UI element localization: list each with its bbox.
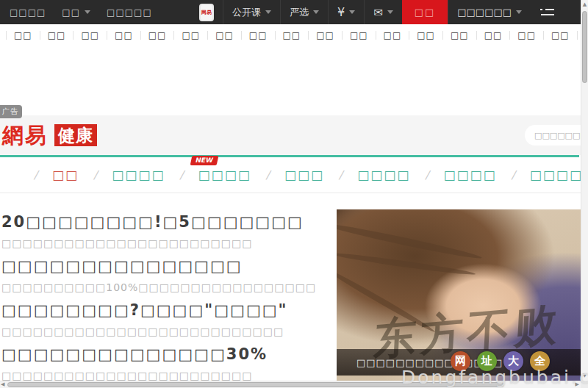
- section-tabs: / □□NEW / □□□□NEW / □□□□NEW / □□□NEW / □…: [0, 157, 581, 193]
- section-tab-label[interactable]: □□□□NEW: [357, 168, 410, 182]
- section-tab[interactable]: / □□□□NEW: [497, 168, 583, 182]
- mail-icon: ✉: [373, 6, 383, 19]
- channel-link[interactable]: □□: [74, 31, 107, 40]
- mail-menu[interactable]: ✉: [364, 0, 402, 24]
- topbar-link-3-label: □□□□□: [107, 7, 152, 18]
- channel-link[interactable]: □□: [174, 31, 208, 40]
- top-navigation-bar: □□□□ □□ □□□□□ 网易 公开课 严选 ¥ ✉ □□ □□□□□□: [0, 0, 581, 24]
- url-watermark: Dongfangbubai.com: [401, 367, 588, 388]
- open-course-label: 公开课: [232, 6, 261, 19]
- headline-item: □□□□□□□□□□□□□□30% □□□□□□□□□□□□□□□□□□□□□□…: [0, 340, 337, 384]
- headline-title[interactable]: □□□□□□□□□□□□□□30%: [1, 345, 337, 364]
- search-input[interactable]: [534, 131, 586, 140]
- topbar-right-group: 网易 公开课 严选 ¥ ✉ □□ □□□□□□: [190, 0, 581, 24]
- yanxuan-menu[interactable]: 严选: [280, 0, 328, 24]
- section-tab-label[interactable]: □□NEW: [52, 168, 79, 182]
- news-red-button[interactable]: □□: [402, 0, 448, 24]
- channel-link[interactable]: NBA: [0, 31, 7, 40]
- section-tab-label[interactable]: □□□NEW: [284, 168, 324, 182]
- section-tab[interactable]: / □□□□NEW: [410, 168, 496, 182]
- currency-icon: ¥: [337, 5, 345, 19]
- channel-navigation: □□□□NBA□□□□□□□□□□□□□□□□□□□□□□□□□□□□□□□□□…: [0, 24, 581, 46]
- channel-link[interactable]: □□: [343, 31, 376, 40]
- channel-link[interactable]: □□: [242, 31, 276, 40]
- section-tab-label[interactable]: □□□□NEW: [112, 168, 165, 182]
- channel-link[interactable]: □□: [208, 31, 242, 40]
- channel-link[interactable]: □□: [477, 31, 511, 40]
- brand-band: 網易 健康: [0, 115, 581, 155]
- vertical-scrollbar[interactable]: ▲ ▼: [581, 0, 588, 388]
- vertical-scrollbar-thumb[interactable]: [582, 11, 587, 83]
- topbar-link-1[interactable]: □□□□: [10, 7, 46, 18]
- headline-subtitle[interactable]: □□□□□□□□□□□□□□□□□□□□□□□□□□□: [1, 323, 337, 340]
- tab-separator: /: [425, 168, 429, 182]
- section-tab-label[interactable]: □□□□NEW: [443, 168, 496, 182]
- headline-title[interactable]: □□□□□□□□□□□□□□□: [1, 256, 337, 276]
- yanxuan-label: 严选: [290, 6, 309, 19]
- channel-link[interactable]: □□: [40, 31, 74, 40]
- section-tab-label[interactable]: □□□□NEW: [530, 168, 583, 182]
- chevron-down-icon: [85, 10, 90, 14]
- tab-separator: /: [180, 168, 184, 182]
- section-tab-label[interactable]: □□□□NEW: [198, 168, 251, 182]
- headline-title[interactable]: □□□□□□□□?□□□□"□□□□": [1, 301, 337, 320]
- chevron-down-icon: [265, 10, 271, 14]
- topbar-link-2-label: □□: [62, 7, 80, 18]
- new-badge: NEW: [190, 156, 218, 165]
- tab-separator: /: [34, 168, 37, 182]
- channel-link[interactable]: □□: [376, 31, 410, 40]
- netease-logo-text: 網易: [2, 123, 48, 147]
- topbar-link-1-label: □□□□: [10, 7, 46, 18]
- finance-menu[interactable]: ¥: [328, 0, 364, 24]
- open-course-menu[interactable]: 公开课: [223, 0, 280, 24]
- ad-label-tag: 广告: [0, 105, 22, 118]
- search-box[interactable]: [525, 125, 588, 146]
- phone-icon-label: 网易: [201, 9, 212, 16]
- headline-subtitle[interactable]: □□□□□□□□□□□□□□□□□□□□□□□□: [1, 234, 337, 252]
- section-tab[interactable]: / □□□NEW: [251, 168, 324, 182]
- hamburger-menu-icon: [539, 8, 554, 17]
- channel-link[interactable]: □□: [544, 31, 578, 40]
- section-tab[interactable]: / □□□□NEW: [79, 168, 165, 182]
- channel-link[interactable]: □□: [7, 31, 40, 40]
- topbar-link-2-dropdown[interactable]: □□: [62, 7, 90, 18]
- headline-item: □□□□□□□□□□□□□□□ □□□□□□□□□□100%□□□□□□□□□□…: [0, 252, 337, 296]
- chevron-down-icon: [387, 10, 393, 14]
- scroll-up-icon[interactable]: ▲: [581, 1, 588, 7]
- more-menu-button[interactable]: [531, 0, 563, 24]
- scroll-left-icon[interactable]: ◀: [1, 381, 4, 388]
- health-section-badge: 健康: [54, 124, 97, 146]
- tab-separator: /: [512, 168, 515, 182]
- topbar-left-group: □□□□ □□ □□□□□: [0, 0, 152, 24]
- chevron-down-icon: [349, 10, 355, 14]
- topbar-link-3[interactable]: □□□□□: [107, 7, 152, 18]
- headline-item: 20□□□□□□□□!□5□□□□□□□ □□□□□□□□□□□□□□□□□□□…: [0, 208, 337, 252]
- headline-list: 20□□□□□□□□!□5□□□□□□□ □□□□□□□□□□□□□□□□□□□…: [0, 193, 337, 384]
- section-tab[interactable]: / □□□□NEW: [165, 168, 251, 182]
- phone-icon: 网易: [199, 4, 214, 21]
- channel-link[interactable]: □□: [141, 31, 175, 40]
- headline-item: □□□□□□□□?□□□□"□□□□" □□□□□□□□□□□□□□□□□□□□…: [0, 296, 337, 340]
- channel-link[interactable]: □□: [510, 31, 544, 40]
- channel-link[interactable]: □□: [443, 31, 477, 40]
- channel-link[interactable]: □□: [309, 31, 343, 40]
- channel-link[interactable]: □□: [107, 31, 141, 40]
- tab-separator: /: [339, 168, 343, 182]
- tab-separator: /: [266, 168, 270, 182]
- chevron-down-icon: [516, 10, 522, 14]
- tab-separator: /: [93, 168, 97, 182]
- section-tab[interactable]: / □□NEW: [19, 168, 79, 182]
- channel-link[interactable]: □□: [276, 31, 309, 40]
- site-logo[interactable]: 網易 健康: [2, 123, 97, 147]
- mobile-app-button[interactable]: 网易: [190, 0, 223, 24]
- section-tab[interactable]: / □□□□NEW: [324, 168, 410, 182]
- apps-menu-label: □□□□□□: [457, 7, 512, 18]
- chevron-down-icon: [313, 10, 319, 14]
- channel-link[interactable]: □□: [409, 31, 443, 40]
- headline-subtitle[interactable]: □□□□□□□□□□100%□□□□□□□□□□□□□□□□□: [1, 279, 337, 296]
- headline-title[interactable]: 20□□□□□□□□!□5□□□□□□□: [1, 212, 337, 231]
- news-red-button-label: □□: [415, 7, 436, 18]
- featured-news-image[interactable]: 东方不败 □□□□□□□□□□□□□□□ 网址大全: [337, 209, 581, 388]
- apps-menu[interactable]: □□□□□□: [448, 0, 531, 24]
